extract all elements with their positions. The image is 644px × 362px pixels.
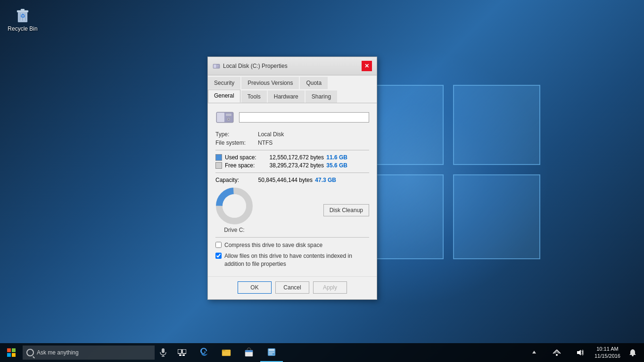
- recycle-bin-label: Recycle Bin: [8, 25, 37, 32]
- store-icon: [245, 347, 253, 357]
- index-checkbox[interactable]: [215, 253, 222, 259]
- svg-rect-37: [269, 354, 272, 354]
- cancel-button[interactable]: Cancel: [275, 281, 309, 294]
- system-tray: 10:11 AM 11/15/2016: [524, 343, 644, 362]
- used-space-row: Used space: 12,550,172,672 bytes 11.6 GB: [215, 154, 369, 161]
- dialog-titlebar: Local Disk (C:) Properties ✕: [208, 57, 377, 75]
- win-quad-bottomright: [453, 174, 540, 259]
- tray-overflow-button[interactable]: [524, 343, 545, 362]
- dialog-title: Local Disk (C:) Properties: [223, 63, 288, 69]
- edge-icon: [199, 347, 208, 357]
- used-space-bytes: 12,550,172,672 bytes: [263, 154, 324, 161]
- tab-tools[interactable]: Tools: [241, 90, 267, 103]
- disk-cleanup-button[interactable]: Disk Cleanup: [323, 204, 369, 216]
- compress-checkbox-row: Compress this drive to save disk space: [215, 241, 369, 249]
- dialog-close-button[interactable]: ✕: [362, 61, 372, 71]
- free-space-row: Free space: 38,295,273,472 bytes 35.6 GB: [215, 162, 369, 169]
- store-button[interactable]: [238, 343, 260, 362]
- svg-rect-26: [178, 349, 182, 354]
- microphone-button[interactable]: [155, 343, 172, 362]
- search-bar[interactable]: Ask me anything: [23, 346, 155, 360]
- filesystem-row: File system: NTFS: [215, 140, 369, 146]
- capacity-bytes: 50,845,446,144 bytes: [247, 177, 313, 183]
- ok-button[interactable]: OK: [238, 281, 272, 294]
- notification-icon: [629, 348, 636, 357]
- tab-sharing[interactable]: Sharing: [305, 90, 337, 103]
- tab-hardware[interactable]: Hardware: [268, 90, 305, 103]
- donut-area: Drive C: Disk Cleanup: [215, 187, 369, 233]
- capacity-gb: 47.3 GB: [313, 177, 336, 183]
- svg-rect-22: [12, 353, 16, 357]
- used-space-label: Used space:: [225, 154, 263, 161]
- svg-rect-23: [162, 348, 165, 353]
- recycle-bin-graphic: ♻: [13, 5, 32, 24]
- clock-display[interactable]: 10:11 AM 11/15/2016: [592, 346, 623, 360]
- clock-date: 11/15/2016: [594, 353, 620, 360]
- task-view-button[interactable]: [172, 343, 192, 362]
- drive-name-input[interactable]: [239, 112, 369, 123]
- index-checkbox-row: Allow files on this drive to have conten…: [215, 252, 369, 268]
- svg-point-38: [556, 354, 558, 356]
- dialog-buttons: OK Cancel Apply: [208, 276, 377, 299]
- free-space-gb: 35.6 GB: [324, 162, 347, 169]
- donut-container: Drive C:: [215, 187, 253, 233]
- svg-rect-36: [269, 352, 274, 353]
- svg-rect-9: [217, 65, 219, 66]
- edge-button[interactable]: [192, 343, 215, 362]
- tabs-row-bottom: General Tools Hardware Sharing: [208, 89, 377, 103]
- svg-point-18: [223, 194, 246, 218]
- drive-label: Drive C:: [224, 227, 244, 233]
- capacity-row: Capacity: 50,845,446,144 bytes 47.3 GB: [215, 177, 369, 183]
- tab-previous-versions[interactable]: Previous Versions: [241, 77, 299, 89]
- file-explorer-button[interactable]: [215, 343, 238, 362]
- free-space-color: [215, 162, 222, 169]
- properties-dialog: Local Disk (C:) Properties ✕ Security Pr…: [207, 57, 377, 300]
- filesystem-value: NTFS: [258, 140, 272, 146]
- disk-title-icon: [213, 62, 220, 70]
- task-view-icon: [178, 349, 186, 356]
- start-icon: [7, 348, 16, 357]
- network-icon: [553, 349, 561, 356]
- tab-security[interactable]: Security: [208, 77, 240, 89]
- dialog-title-area: Local Disk (C:) Properties: [213, 62, 288, 70]
- drive-header: [215, 109, 369, 125]
- svg-rect-13: [226, 114, 231, 116]
- svg-rect-29: [182, 354, 185, 356]
- svg-rect-28: [179, 354, 182, 356]
- tab-quota[interactable]: Quota: [300, 77, 328, 89]
- svg-text:♻: ♻: [20, 13, 25, 19]
- start-button[interactable]: [0, 343, 23, 362]
- active-app-button[interactable]: [260, 343, 283, 362]
- apply-button[interactable]: Apply: [313, 281, 347, 294]
- volume-button[interactable]: [569, 343, 590, 362]
- notification-button[interactable]: [625, 343, 640, 362]
- used-space-color: [215, 154, 222, 161]
- svg-rect-20: [12, 348, 16, 352]
- clock-time: 10:11 AM: [594, 346, 620, 353]
- network-button[interactable]: [546, 343, 567, 362]
- svg-rect-8: [214, 65, 216, 68]
- drive-icon: [215, 109, 234, 125]
- svg-rect-21: [7, 353, 11, 357]
- separator-3: [215, 237, 369, 238]
- svg-rect-12: [217, 113, 224, 122]
- active-app-icon: [267, 347, 276, 357]
- svg-rect-27: [182, 349, 186, 354]
- type-row: Type: Local Disk: [215, 131, 369, 138]
- svg-point-15: [228, 119, 230, 120]
- dialog-content: Type: Local Disk File system: NTFS Used …: [208, 103, 377, 276]
- windows-logo: [361, 85, 540, 259]
- index-label: Allow files on this drive to have conten…: [224, 252, 369, 268]
- filesystem-label: File system:: [215, 140, 258, 146]
- svg-point-10: [217, 66, 219, 68]
- tab-general[interactable]: General: [208, 90, 240, 103]
- compress-checkbox[interactable]: [215, 242, 222, 248]
- volume-icon: [575, 349, 584, 356]
- svg-rect-33: [245, 350, 253, 352]
- separator-2: [215, 173, 369, 173]
- capacity-label: Capacity:: [215, 177, 247, 183]
- used-space-gb: 11.6 GB: [324, 154, 347, 161]
- tabs-row-top: Security Previous Versions Quota: [208, 75, 377, 89]
- svg-rect-2: [21, 9, 25, 11]
- recycle-bin-icon[interactable]: ♻ Recycle Bin: [4, 5, 41, 32]
